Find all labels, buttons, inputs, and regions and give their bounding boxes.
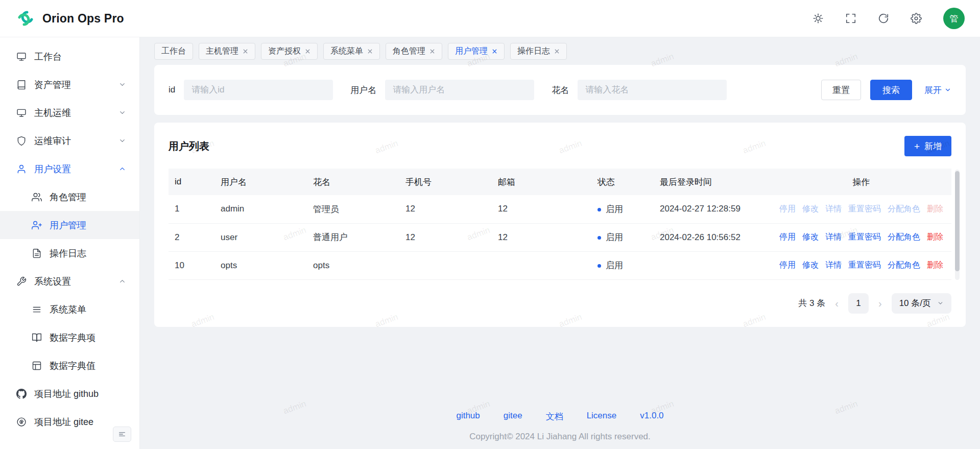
table-grid-icon [32,361,42,371]
footer-links: github gitee 文档 License v1.0.0 [140,411,980,422]
close-icon[interactable] [367,49,373,54]
user-icon [16,164,27,174]
sidebar-collapse-button[interactable] [113,427,131,442]
page-number[interactable]: 1 [848,293,869,314]
settings-gear-icon[interactable] [911,13,922,24]
log-file-icon [32,248,42,258]
delete-action[interactable]: 删除 [927,232,943,243]
sidebar-item-user-settings[interactable]: 用户设置 [0,155,139,183]
footer: github gitee 文档 License v1.0.0 Copyright… [140,411,980,449]
column-header-nickname: 花名 [307,169,399,195]
theme-icon[interactable] [812,13,824,24]
edit-action[interactable]: 修改 [802,260,819,271]
nickname-input[interactable] [578,80,727,100]
sidebar-item-workbench[interactable]: 工作台 [0,42,139,70]
cell-username: opts [214,251,307,279]
cell-phone [399,251,492,279]
cell-email [492,251,591,279]
footer-link-version[interactable]: v1.0.0 [640,411,663,422]
footer-link-license[interactable]: License [587,411,617,422]
disable-action[interactable]: 停用 [779,204,796,215]
sidebar-item-github-link[interactable]: 项目地址 github [0,380,139,408]
detail-action[interactable]: 详情 [825,232,842,243]
tab-operation-log[interactable]: 操作日志 [510,43,567,60]
column-header-username: 用户名 [214,169,307,195]
detail-action[interactable]: 详情 [825,260,842,271]
assign-role-action[interactable]: 分配角色 [888,260,920,271]
footer-link-docs[interactable]: 文档 [546,411,563,422]
tab-asset-auth[interactable]: 资产授权 [261,43,318,60]
sidebar-item-ops-audit[interactable]: 运维审计 [0,127,139,155]
sidebar-item-dict-items[interactable]: 数据字典项 [0,323,139,351]
close-icon[interactable] [429,49,435,54]
sidebar-item-system-menu[interactable]: 系统菜单 [0,295,139,323]
disable-action[interactable]: 停用 [779,232,796,243]
user-avatar[interactable]: 管 [943,8,965,29]
gitee-icon [16,417,27,427]
tabbar: 工作台 主机管理 资产授权 系统菜单 角色管理 用户管理 [140,37,980,65]
column-header-last-login: 最后登录时间 [654,169,771,195]
column-header-actions: 操作 [771,169,951,195]
cell-last-login: 2024-02-27 12:28:59 [654,195,771,223]
sidebar-item-system-settings[interactable]: 系统设置 [0,267,139,295]
chevron-up-icon [118,165,126,173]
reset-password-action[interactable]: 重置密码 [848,260,881,271]
sidebar-item-asset-management[interactable]: 资产管理 [0,70,139,99]
username-input[interactable] [385,80,534,100]
reset-password-action[interactable]: 重置密码 [848,204,881,215]
sidebar-item-user-management[interactable]: 用户管理 [0,211,139,239]
sidebar-item-host-ops[interactable]: 主机运维 [0,99,139,127]
chevron-down-icon [118,81,126,88]
reset-button[interactable]: 重置 [821,80,861,100]
tab-role-management[interactable]: 角色管理 [386,43,442,60]
refresh-icon[interactable] [878,13,889,24]
tab-user-management[interactable]: 用户管理 [448,43,505,60]
sidebar-item-label: 系统菜单 [50,303,126,316]
panel-header: 用户列表 + 新增 [169,136,951,156]
tab-system-menu[interactable]: 系统菜单 [323,43,380,60]
edit-action[interactable]: 修改 [802,204,819,215]
cell-id: 10 [169,251,214,279]
expand-toggle[interactable]: 展开 [924,84,951,96]
footer-link-gitee[interactable]: gitee [504,411,522,422]
tab-host-management[interactable]: 主机管理 [199,43,255,60]
column-header-status: 状态 [591,169,654,195]
delete-action[interactable]: 删除 [927,260,943,271]
add-user-button[interactable]: + 新增 [904,136,951,156]
sidebar-item-operation-log[interactable]: 操作日志 [0,239,139,267]
disable-action[interactable]: 停用 [779,260,796,271]
tab-label: 工作台 [161,46,186,57]
footer-link-github[interactable]: github [456,411,480,422]
detail-action[interactable]: 详情 [825,204,842,215]
sidebar-item-label: 数据字典项 [50,332,126,344]
id-input[interactable] [184,80,333,100]
cell-username: admin [214,195,307,223]
prev-page-icon[interactable]: ‹ [835,298,839,309]
close-icon[interactable] [305,49,310,54]
close-icon[interactable] [492,49,497,54]
host-icon [16,108,27,118]
search-button[interactable]: 搜索 [870,80,912,100]
cell-phone: 12 [399,223,492,251]
reset-password-action[interactable]: 重置密码 [848,232,881,243]
app-root: Orion Ops Pro [0,0,980,449]
assign-role-action[interactable]: 分配角色 [888,204,920,215]
sidebar-item-label: 用户设置 [34,163,111,175]
sidebar-item-dict-values[interactable]: 数据字典值 [0,351,139,380]
fullscreen-icon[interactable] [845,13,856,24]
page-size-select[interactable]: 10 条/页 [892,293,951,314]
delete-action[interactable]: 删除 [927,204,943,215]
expand-label: 展开 [924,84,942,96]
tab-label: 用户管理 [455,46,488,57]
close-icon[interactable] [243,49,248,54]
tool-icon [16,276,27,287]
next-page-icon[interactable]: › [878,298,882,309]
close-icon[interactable] [554,49,560,54]
assign-role-action[interactable]: 分配角色 [888,232,920,243]
edit-action[interactable]: 修改 [802,232,819,243]
user-list-panel: 用户列表 + 新增 id [154,123,966,327]
sidebar-item-role-management[interactable]: 角色管理 [0,183,139,211]
tab-workbench[interactable]: 工作台 [154,43,193,60]
table-scrollbar-thumb[interactable] [955,171,960,271]
sidebar-item-label: 运维审计 [34,135,111,147]
